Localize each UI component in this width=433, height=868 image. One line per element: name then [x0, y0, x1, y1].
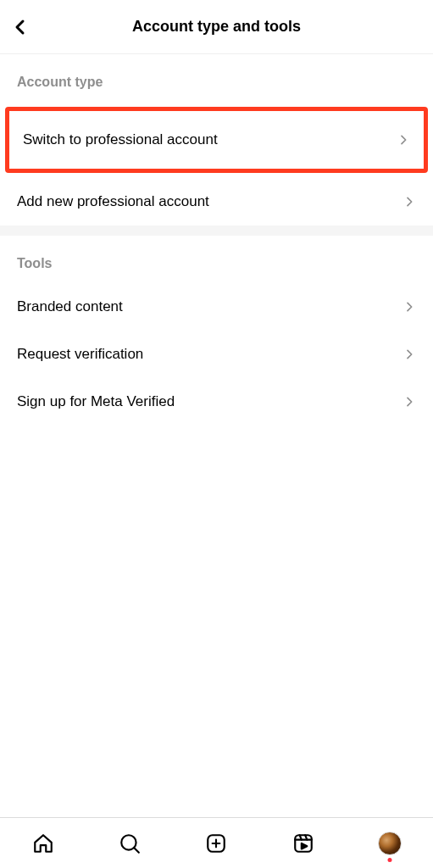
- search-icon: [119, 832, 141, 854]
- nav-home[interactable]: [30, 830, 57, 857]
- row-meta-verified[interactable]: Sign up for Meta Verified: [0, 378, 433, 426]
- back-button[interactable]: [8, 15, 32, 39]
- home-icon: [32, 832, 54, 854]
- row-request-verification[interactable]: Request verification: [0, 331, 433, 378]
- chevron-right-icon: [402, 195, 416, 209]
- chevron-right-icon: [402, 395, 416, 409]
- row-label: Request verification: [17, 346, 143, 363]
- row-label: Switch to professional account: [23, 131, 218, 148]
- profile-avatar: [378, 832, 402, 855]
- svg-marker-9: [301, 843, 307, 849]
- create-icon: [205, 832, 227, 854]
- section-heading-tools: Tools: [0, 236, 433, 283]
- content: Account type Switch to professional acco…: [0, 54, 433, 817]
- section-heading-account-type: Account type: [0, 54, 433, 102]
- chevron-right-icon: [402, 300, 416, 314]
- row-label: Add new professional account: [17, 193, 209, 210]
- chevron-right-icon: [397, 133, 410, 147]
- nav-create[interactable]: [203, 830, 230, 857]
- bottom-nav: [0, 817, 433, 868]
- row-add-professional[interactable]: Add new professional account: [0, 178, 433, 225]
- nav-reels[interactable]: [290, 830, 317, 857]
- reels-icon: [292, 832, 314, 854]
- page-title: Account type and tools: [132, 18, 301, 36]
- row-switch-professional[interactable]: Switch to professional account: [5, 107, 428, 173]
- row-branded-content[interactable]: Branded content: [0, 283, 433, 331]
- section-divider: [0, 225, 433, 236]
- notification-dot: [387, 858, 391, 862]
- nav-search[interactable]: [116, 830, 143, 857]
- header: Account type and tools: [0, 0, 433, 54]
- chevron-right-icon: [402, 348, 416, 361]
- row-label: Sign up for Meta Verified: [17, 393, 175, 410]
- nav-profile[interactable]: [376, 830, 403, 857]
- svg-line-1: [134, 848, 139, 853]
- row-label: Branded content: [17, 298, 123, 315]
- chevron-left-icon: [10, 17, 31, 37]
